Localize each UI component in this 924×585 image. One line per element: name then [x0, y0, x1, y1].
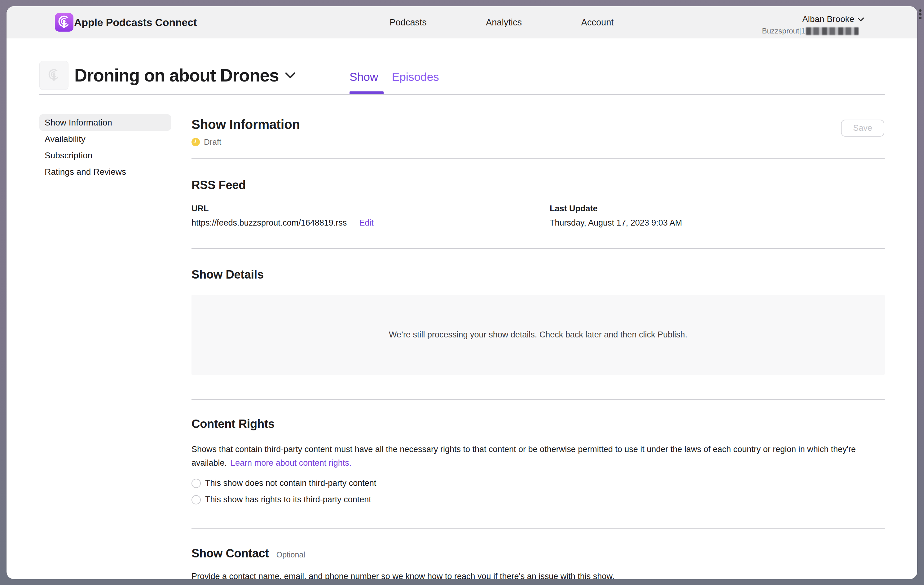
account-name: Alban Brooke: [802, 14, 854, 24]
show-details-heading: Show Details: [191, 268, 264, 281]
show-artwork-placeholder: [40, 61, 68, 90]
optional-badge: Optional: [276, 550, 305, 559]
draft-clock-icon: [191, 138, 200, 146]
account-org-prefix: Buzzsprout|1: [762, 26, 805, 35]
radio-label: This show has rights to its third-party …: [205, 495, 371, 504]
sidebar-item-availability[interactable]: Availability: [40, 131, 171, 147]
apple-podcasts-connect-window: Apple Podcasts Connect Podcasts Analytic…: [7, 6, 917, 579]
header-divider: [40, 94, 884, 95]
tab-show[interactable]: Show: [350, 71, 378, 84]
podcast-placeholder-icon: [45, 67, 63, 84]
window-dot: [919, 13, 922, 15]
sidebar-item-show-information[interactable]: Show Information: [40, 114, 171, 131]
section-divider: [191, 399, 884, 400]
nav-item-account[interactable]: Account: [581, 6, 614, 38]
edit-rss-link[interactable]: Edit: [359, 218, 374, 228]
chevron-down-icon: [285, 72, 295, 78]
account-organization: Buzzsprout|1: [762, 26, 859, 35]
section-divider: [191, 248, 884, 249]
status-badge: Draft: [191, 137, 221, 147]
active-tab-underline: [350, 91, 384, 94]
section-divider: [191, 528, 884, 529]
section-divider: [191, 158, 884, 159]
radio-button[interactable]: [191, 479, 201, 488]
radio-label: This show does not contain third-party c…: [205, 478, 376, 488]
learn-more-link[interactable]: Learn more about content rights.: [231, 458, 351, 468]
show-contact-heading: Show Contact: [191, 547, 269, 560]
sidebar-item-subscription[interactable]: Subscription: [40, 147, 171, 163]
rss-feed-heading: RSS Feed: [191, 178, 246, 192]
apple-podcasts-logo-icon[interactable]: [55, 13, 73, 31]
sidebar-item-ratings-and-reviews[interactable]: Ratings and Reviews: [40, 163, 171, 180]
status-text: Draft: [204, 137, 221, 147]
window-dot: [919, 17, 922, 19]
radio-option-no-third-party[interactable]: This show does not contain third-party c…: [191, 478, 376, 488]
nav-item-analytics[interactable]: Analytics: [486, 6, 522, 38]
app-header: Apple Podcasts Connect Podcasts Analytic…: [7, 6, 917, 38]
processing-message: We’re still processing your show details…: [389, 330, 687, 339]
last-update-value: Thursday, August 17, 2023 9:03 AM: [550, 218, 682, 228]
window-dot: [919, 9, 922, 12]
show-switcher[interactable]: Droning on about Drones: [74, 61, 295, 90]
chevron-down-icon: [857, 17, 864, 21]
last-update-label: Last Update: [550, 204, 598, 214]
content-rights-description: Shows that contain third-party content m…: [191, 442, 878, 470]
page-title: Show Information: [191, 117, 300, 132]
save-button[interactable]: Save: [841, 120, 884, 137]
show-tabs: Show Episodes: [350, 63, 439, 92]
rss-url-value: https://feeds.buzzsprout.com/1648819.rss: [191, 218, 347, 228]
processing-panel: We’re still processing your show details…: [191, 295, 884, 375]
redacted-text: [806, 27, 859, 35]
content-rights-heading: Content Rights: [191, 417, 274, 431]
account-menu[interactable]: Alban Brooke: [802, 14, 864, 24]
radio-button[interactable]: [191, 495, 201, 504]
app-title: Apple Podcasts Connect: [74, 6, 197, 38]
settings-sidebar: Show Information Availability Subscripti…: [40, 114, 171, 180]
show-contact-description: Provide a contact name, email, and phone…: [191, 572, 614, 579]
nav-item-podcasts[interactable]: Podcasts: [389, 6, 426, 38]
tab-episodes[interactable]: Episodes: [392, 71, 439, 84]
radio-option-has-rights[interactable]: This show has rights to its third-party …: [191, 495, 371, 504]
show-title: Droning on about Drones: [74, 65, 279, 86]
url-label: URL: [191, 204, 209, 214]
